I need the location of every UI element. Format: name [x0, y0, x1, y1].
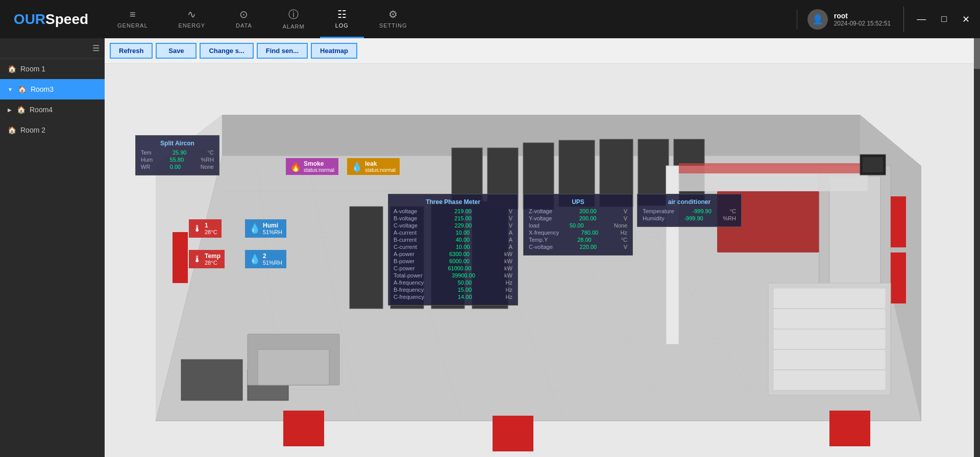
aircon-unit-0: °C: [730, 208, 736, 214]
ups-value-0: 200.00: [579, 208, 597, 214]
ups-unit-2: None: [614, 222, 627, 229]
ups-label-0: Z-voltage: [529, 208, 552, 214]
three-phase-title: Three Phase Meter: [394, 198, 512, 206]
humi1-icon: 💧: [249, 223, 260, 234]
sidebar-menu-icon[interactable]: ☰: [92, 43, 100, 53]
sidebar-item-room2[interactable]: 🏠 Room 2: [0, 120, 105, 140]
heatmap-button[interactable]: Heatmap: [311, 43, 357, 59]
tp-value-2: 229.00: [455, 222, 472, 229]
sidebar-item-room1[interactable]: 🏠 Room 1: [0, 59, 105, 79]
svg-rect-37: [891, 196, 906, 247]
tp-value-9: 39900.00: [452, 272, 475, 278]
close-button[interactable]: ✕: [957, 11, 975, 28]
split-aircon-row-0: Tem 25.90 °C: [141, 149, 214, 156]
split-aircon-label-1: Hum: [141, 157, 153, 163]
ups-label-2: load: [529, 222, 540, 229]
tp-value-8: 61000.00: [448, 265, 471, 271]
ups-title: UPS: [529, 198, 627, 206]
room2-icon: 🏠: [8, 126, 16, 134]
temp1-value: 28°C: [205, 229, 217, 235]
leak-icon: 💧: [351, 161, 362, 172]
room3-expand-icon: ▼: [8, 87, 13, 92]
tp-label-4: B-current: [394, 237, 416, 243]
nav-data-label: DATA: [236, 22, 252, 29]
sidebar-item-room4[interactable]: ▶ 🏠 Room4: [0, 99, 105, 120]
nav-energy-icon: ∿: [187, 8, 196, 20]
refresh-button[interactable]: Refresh: [110, 43, 153, 59]
scrollbar[interactable]: [974, 38, 980, 457]
sidebar-item-room4-label: Room4: [30, 106, 53, 114]
nav-log[interactable]: ☷ LOG: [320, 0, 364, 38]
ups-value-1: 200.00: [579, 215, 597, 221]
tp-label-11: B-frequency: [394, 287, 424, 293]
smoke-name: Smoke: [304, 160, 334, 167]
tp-label-5: C-current: [394, 244, 417, 250]
room4-expand-icon: ▶: [8, 107, 12, 113]
split-aircon-value-1: 55.80: [170, 157, 184, 163]
tp-value-4: 40.00: [456, 237, 470, 243]
window-controls: — □ ✕: [906, 11, 980, 28]
nav-alarm-icon: ⓘ: [288, 8, 299, 21]
sidebar-item-room2-label: Room 2: [20, 126, 45, 134]
svg-rect-35: [829, 411, 870, 446]
air-conditioner-panel: air conditioner Temperature -999.90 °C H…: [637, 194, 742, 227]
aircon-unit-1: %RH: [723, 215, 736, 221]
humi2-name: 2: [263, 252, 282, 260]
split-aircon-label-2: WR: [141, 164, 150, 170]
leak-name: leak: [365, 160, 396, 167]
nav-alarm[interactable]: ⓘ ALARM: [267, 0, 320, 38]
tp-value-3: 10.00: [456, 230, 470, 236]
smoke-icon: 🔥: [290, 161, 301, 172]
ups-value-2: 50.00: [570, 222, 584, 229]
tp-label-2: C-voltage: [394, 222, 418, 229]
nav-general[interactable]: ≡ GENERAL: [102, 0, 163, 38]
user-area: 👤 root 2024-09-02 15:52:51: [797, 9, 901, 30]
tp-value-1: 215.00: [454, 215, 472, 221]
ups-value-5: 220.00: [580, 244, 597, 250]
leak-status: status:normal: [365, 167, 396, 173]
tp-unit-3: A: [509, 230, 512, 236]
change-s-button[interactable]: Change s...: [200, 43, 253, 59]
split-aircon-value-2: 0.00: [170, 164, 181, 170]
tp-value-11: 15.00: [458, 287, 472, 293]
nav-setting-label: SETTING: [379, 22, 407, 29]
nav-log-icon: ☷: [337, 8, 347, 20]
find-sen-button[interactable]: Find sen...: [257, 43, 308, 59]
maximize-button[interactable]: □: [936, 11, 952, 27]
app-logo: OURSpeed: [0, 0, 102, 38]
temp2-name: Temp: [205, 252, 220, 260]
room1-icon: 🏠: [8, 65, 16, 73]
tp-label-1: B-voltage: [394, 215, 417, 221]
ups-value-3: 780.00: [581, 230, 599, 236]
temp2-icon: 🌡: [193, 254, 202, 265]
aircon-value-0: -999.90: [693, 208, 712, 214]
ups-unit-1: V: [624, 215, 627, 221]
user-name: root: [834, 12, 891, 20]
scrollbar-thumb[interactable]: [974, 38, 980, 69]
logo-speed: Speed: [45, 11, 88, 28]
sidebar-item-room3[interactable]: ▼ 🏠 Room3: [0, 79, 105, 99]
user-info: root 2024-09-02 15:52:51: [834, 12, 891, 27]
ups-unit-0: V: [624, 208, 627, 214]
nav-data[interactable]: ⊙ DATA: [220, 0, 267, 38]
tp-value-5: 10.00: [456, 244, 470, 250]
svg-rect-34: [493, 416, 533, 451]
ups-panel: UPS Z-voltage 200.00 V Y-voltage 200.00 …: [523, 194, 633, 256]
leak-sensor: 💧 leak status:normal: [347, 158, 400, 175]
nav-energy[interactable]: ∿ ENERGY: [163, 0, 220, 38]
temp1-icon: 🌡: [193, 223, 202, 234]
main-view: Split Aircon Tem 25.90 °C Hum 55.80 %RH …: [105, 64, 980, 457]
smoke-sensor: 🔥 Smoke status:normal: [286, 158, 338, 175]
tp-unit-7: kW: [504, 258, 512, 264]
tp-value-12: 14.00: [458, 294, 472, 300]
minimize-button[interactable]: —: [912, 11, 931, 27]
split-aircon-label-0: Tem: [141, 149, 152, 156]
nav-setting[interactable]: ⚙ SETTING: [364, 0, 423, 38]
temp-sensor-2: 🌡 Temp 28°C: [189, 250, 225, 268]
sidebar-item-room1-label: Room 1: [20, 65, 45, 73]
aircon-label-1: Humidity: [643, 215, 665, 221]
tp-value-6: 6300.00: [449, 251, 470, 257]
ups-label-3: X-frequency: [529, 230, 559, 236]
save-button[interactable]: Save: [156, 43, 197, 59]
nav-log-label: LOG: [335, 22, 349, 29]
